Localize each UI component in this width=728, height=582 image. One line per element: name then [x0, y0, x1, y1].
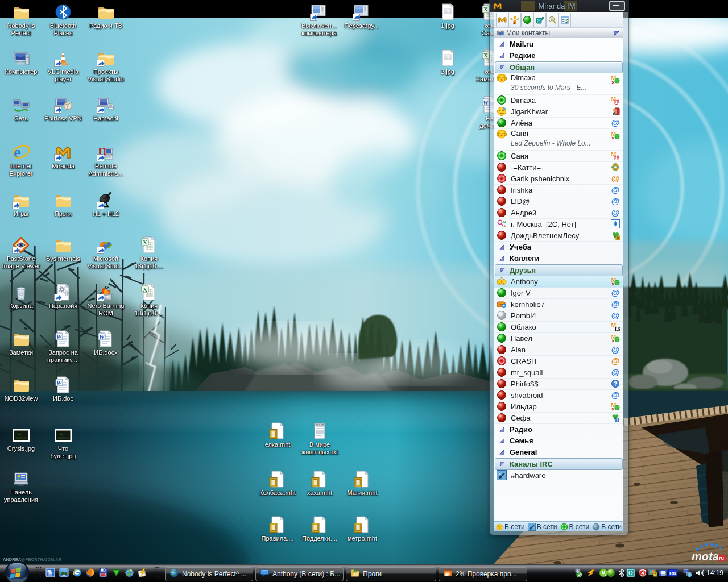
svg-text:@: @: [611, 197, 620, 206]
svg-text:б: б: [617, 236, 619, 240]
svg-text:Ru: Ru: [669, 571, 676, 576]
svg-text:@: @: [611, 356, 620, 365]
svg-text:@: @: [611, 368, 620, 377]
svg-text:@: @: [614, 154, 619, 160]
svg-text:@: @: [611, 390, 620, 400]
svg-text:A: A: [503, 225, 506, 228]
svg-text:@: @: [611, 185, 620, 194]
svg-text:@: @: [611, 208, 620, 217]
svg-text:mota: mota: [692, 550, 719, 563]
svg-text:LS: LS: [615, 327, 620, 331]
svg-text:ru: ru: [719, 555, 724, 561]
svg-text:@: @: [611, 300, 620, 309]
svg-text:@: @: [611, 288, 620, 297]
svg-text:@: @: [611, 174, 620, 183]
svg-text:@: @: [611, 311, 620, 320]
svg-text:N: N: [503, 221, 506, 224]
svg-text:@: @: [611, 345, 620, 354]
svg-text:@: @: [611, 118, 620, 127]
svg-text:?: ?: [614, 381, 617, 387]
svg-text:@: @: [614, 98, 619, 105]
